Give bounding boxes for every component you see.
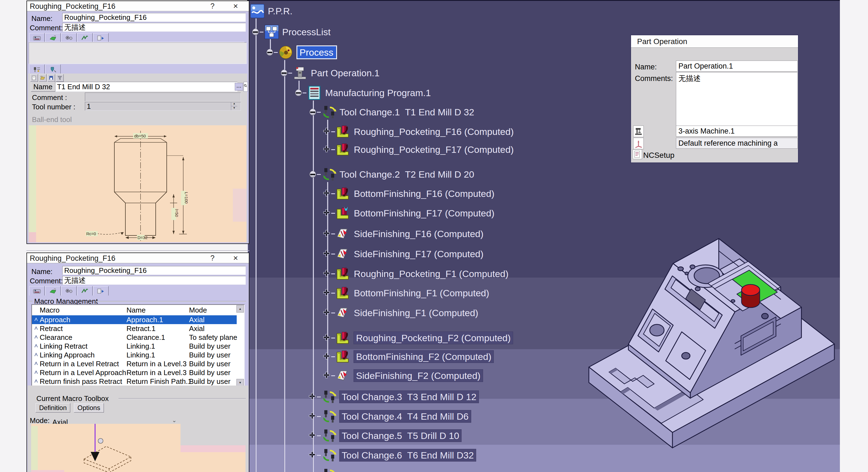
- tab-macros[interactable]: [93, 33, 108, 42]
- close-icon[interactable]: ×: [231, 254, 240, 263]
- tree-item-icon[interactable]: [322, 389, 337, 406]
- tab-geometry[interactable]: [45, 286, 61, 296]
- tree-item-label[interactable]: Tool Change.3 T3 End Mill D 12: [340, 391, 478, 403]
- tree-expand-handle[interactable]: [323, 209, 330, 217]
- tab-macros[interactable]: [93, 286, 108, 296]
- tool-comment-input[interactable]: [85, 93, 241, 101]
- tree-item-label[interactable]: Roughing_Pocketing_F2 (Computed): [354, 332, 513, 344]
- tree-item-label[interactable]: Part Operation.1: [311, 67, 379, 79]
- tree-item[interactable]: SideFinishing_F16 (Computed): [354, 228, 484, 240]
- tab-strategy[interactable]: [29, 286, 44, 296]
- tree-expand-handle[interactable]: [323, 289, 330, 297]
- tree-item[interactable]: Tool Change.4 T4 End Mill D6: [340, 410, 471, 423]
- tree-item[interactable]: Roughing_Pocketing_F16 (Computed): [354, 126, 514, 138]
- tree-item-icon[interactable]: [279, 45, 292, 60]
- tree-item[interactable]: BottomFinishing_F1 (Computed): [354, 287, 489, 299]
- tree-item-label[interactable]: BottomFinishing_F16 (Computed): [354, 188, 494, 200]
- tree-item-icon[interactable]: [336, 267, 349, 281]
- tree-item-icon[interactable]: [336, 206, 349, 221]
- po-axis-button[interactable]: [633, 138, 644, 149]
- tree-expand-handle[interactable]: [309, 451, 316, 459]
- tree-item[interactable]: BottomFinishing_F2 (Computed): [354, 350, 494, 363]
- tree-item[interactable]: ProcessList: [282, 26, 331, 38]
- tab-geometry[interactable]: [45, 33, 61, 42]
- tree-item-icon[interactable]: [322, 409, 337, 425]
- tab-options[interactable]: Options: [74, 403, 104, 412]
- table-row[interactable]: Return finish pass Retract Return Finish…: [32, 377, 237, 386]
- tree-item[interactable]: Roughing_Pocketing_F17 (Computed): [354, 143, 514, 156]
- tree-item-label[interactable]: BottomFinishing_F1 (Computed): [354, 287, 489, 299]
- tree-item-icon[interactable]: [322, 428, 337, 444]
- tree-item-icon[interactable]: [336, 247, 349, 262]
- tree-item-label[interactable]: SideFinishing_F1 (Computed): [354, 307, 478, 319]
- table-row[interactable]: Approach Approach.1 Axial: [32, 315, 237, 324]
- tree-item[interactable]: Process: [297, 46, 337, 58]
- tab-tool-cutter[interactable]: [45, 64, 61, 74]
- tree-item-icon[interactable]: [336, 286, 349, 301]
- po-machine-button[interactable]: [633, 126, 644, 137]
- tree-collapse-handle[interactable]: [294, 89, 303, 98]
- table-row[interactable]: Return in a Level Approach Return in a L…: [32, 368, 237, 377]
- tree-item-label[interactable]: Tool Change.2 T2 End Mill D 20: [340, 168, 474, 180]
- tree-item-label[interactable]: SideFinishing_F17 (Computed): [354, 248, 484, 260]
- tree-item-label[interactable]: Tool Change.6 T6 End Mill D32: [340, 449, 476, 461]
- tree-item[interactable]: P.P.R.: [268, 5, 292, 17]
- close-icon[interactable]: ×: [231, 1, 240, 11]
- tree-item-icon[interactable]: [336, 350, 349, 364]
- tree-collapse-handle[interactable]: [266, 48, 274, 58]
- tree-item-label[interactable]: Tool Change.5 T5 Drill D 10: [340, 430, 461, 442]
- po-machine-field[interactable]: 3-axis Machine.1: [676, 126, 798, 137]
- tree-collapse-handle[interactable]: [309, 170, 317, 179]
- tree-expand-handle[interactable]: [323, 190, 330, 198]
- tool-save-button[interactable]: [48, 74, 55, 82]
- tree-expand-handle[interactable]: [323, 352, 330, 361]
- tool-number-spinner[interactable]: ▲ ▼: [231, 102, 237, 110]
- tree-item-icon[interactable]: [322, 447, 337, 464]
- tree-item-label[interactable]: Roughing_Pocketing_F1 (Computed): [354, 268, 508, 280]
- po-name-input[interactable]: Part Operation.1: [676, 61, 798, 72]
- tool-search-button[interactable]: [244, 82, 248, 92]
- tree-item-label[interactable]: Roughing_Pocketing_F17 (Computed): [354, 143, 514, 156]
- tool-filter-button[interactable]: [56, 74, 64, 82]
- tree-collapse-handle[interactable]: [251, 28, 259, 37]
- tree-item[interactable]: SideFinishing_F2 (Computed): [354, 370, 483, 382]
- tree-item[interactable]: Tool Change.6 T6 End Mill D32: [340, 449, 476, 461]
- tree-expand-handle[interactable]: [323, 145, 330, 154]
- tree-item-label[interactable]: BottomFinishing_F17 (Computed): [354, 207, 494, 219]
- tree-item-icon[interactable]: [336, 369, 349, 383]
- tab-feeds-speeds[interactable]: [77, 33, 93, 42]
- table-row[interactable]: Clearance Clearance.1 To safety plane: [32, 333, 237, 342]
- help-icon[interactable]: ?: [208, 254, 217, 263]
- tool-number-input[interactable]: 1: [85, 102, 241, 111]
- tree-expand-handle[interactable]: [323, 250, 330, 258]
- tree-item-label[interactable]: Tool Change.1 T1 End Mill D 32: [340, 106, 474, 118]
- help-icon[interactable]: ?: [208, 2, 217, 10]
- tab-technology[interactable]: [61, 286, 76, 296]
- comment-input[interactable]: 无描述: [62, 276, 246, 285]
- macro-table-column-mode[interactable]: Mode: [189, 306, 207, 314]
- tree-expand-handle[interactable]: [323, 309, 330, 317]
- tree-item[interactable]: BottomFinishing_F17 (Computed): [354, 207, 494, 219]
- tree-item-label[interactable]: SideFinishing_F2 (Computed): [354, 370, 483, 382]
- tree-expand-handle[interactable]: [323, 334, 330, 342]
- tab-tool-assembly[interactable]: [29, 64, 44, 74]
- tab-strategy[interactable]: [29, 33, 44, 42]
- tree-item-label[interactable]: Tool Change.4 T4 End Mill D6: [340, 410, 471, 423]
- tree-item[interactable]: Tool Change.2 T2 End Mill D 20: [340, 168, 474, 180]
- dialog-top-titlebar[interactable]: Roughing_Pocketing_F16 ? ×: [27, 1, 249, 11]
- tree-item[interactable]: Tool Change.1 T1 End Mill D 32: [340, 106, 474, 118]
- po-comments-input[interactable]: 无描述: [676, 72, 798, 126]
- tree-item-label[interactable]: BottomFinishing_F2 (Computed): [354, 350, 494, 363]
- tool-new-button[interactable]: [30, 74, 38, 82]
- tree-item-label[interactable]: ProcessList: [282, 26, 331, 38]
- tree-item-icon[interactable]: [322, 104, 337, 121]
- tree-item-icon[interactable]: [322, 467, 337, 472]
- tree-expand-handle[interactable]: [323, 270, 330, 278]
- tree-item[interactable]: Roughing_Pocketing_F2 (Computed): [354, 332, 513, 344]
- tree-item-label[interactable]: SideFinishing_F16 (Computed): [354, 228, 484, 240]
- mode-dropdown-icon[interactable]: ⌄: [172, 417, 177, 424]
- tree-item-label[interactable]: P.P.R.: [268, 5, 292, 17]
- tree-item-icon[interactable]: [308, 86, 321, 101]
- table-row[interactable]: Linking Retract Linking.1 Build by user: [32, 342, 237, 350]
- tab-feeds-speeds[interactable]: [77, 286, 93, 296]
